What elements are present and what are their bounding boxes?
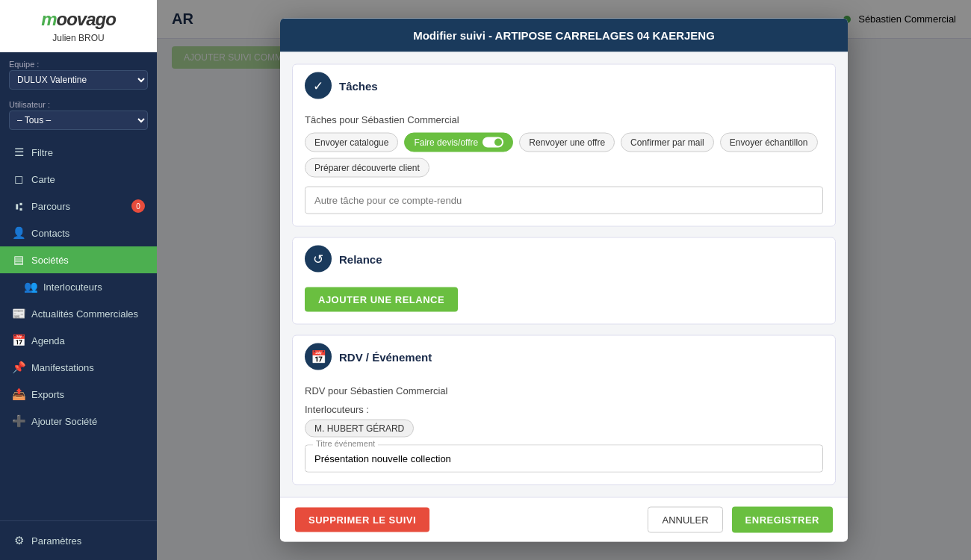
filtre-icon: ☰ — [12, 146, 25, 159]
taches-header: ✓ Tâches — [293, 65, 835, 107]
sidebar-item-ajouter-societe[interactable]: ➕ Ajouter Société — [0, 408, 157, 435]
sidebar-label-exports: Exports — [31, 389, 64, 400]
taches-body: Tâches pour Sébastien Commercial Envoyer… — [293, 107, 835, 226]
societes-icon: ▤ — [12, 253, 25, 267]
enregistrer-button[interactable]: ENREGISTRER — [732, 507, 833, 533]
sidebar-label-agenda: Agenda — [31, 335, 65, 346]
sidebar-item-contacts[interactable]: 👤 Contacts — [0, 220, 157, 246]
sidebar-label-ajouter-societe: Ajouter Société — [31, 416, 97, 427]
taches-subtitle: Tâches pour Sébastien Commercial — [305, 114, 823, 125]
actualites-icon: 📰 — [12, 307, 25, 320]
sidebar-item-carte[interactable]: ◻ Carte — [0, 166, 157, 193]
sidebar-nav: ☰ Filtre ◻ Carte ⑆ Parcours 0 👤 Contacts… — [0, 139, 157, 435]
sidebar-label-carte: Carte — [31, 174, 55, 185]
relance-section: ↺ Relance AJOUTER UNE RELANCE — [292, 237, 836, 325]
annuler-button[interactable]: ANNULER — [648, 507, 722, 533]
carte-icon: ◻ — [12, 172, 25, 186]
parcours-icon: ⑆ — [12, 200, 25, 213]
logo: moovago — [41, 9, 116, 30]
sidebar-label-actualites: Actualités Commerciales — [31, 308, 138, 320]
tag-preparer-decouverte[interactable]: Préparer découverte client — [305, 158, 429, 178]
sidebar-bottom: ⚙ Paramètres — [0, 520, 157, 560]
modal-footer: SUPPRIMER LE SUIVI ANNULER ENREGISTRER — [280, 497, 848, 542]
sidebar-label-interlocuteurs: Interlocuteurs — [43, 281, 102, 293]
user-section: Utilisateur : – Tous – — [0, 93, 157, 133]
taches-section: ✓ Tâches Tâches pour Sébastien Commercia… — [292, 64, 836, 227]
modal-header: Modifier suivi - ARTIPOSE CARRELAGES 04 … — [280, 19, 848, 52]
team-select[interactable]: DULUX Valentine — [9, 70, 148, 90]
agenda-icon: 📅 — [12, 334, 25, 347]
tag-renvoyer-offre[interactable]: Renvoyer une offre — [519, 133, 615, 152]
manifestations-icon: 📌 — [12, 361, 25, 374]
team-label: Equipe : — [9, 60, 148, 69]
exports-icon: 📤 — [12, 388, 25, 401]
taches-icon: ✓ — [305, 72, 332, 99]
sidebar-item-societes[interactable]: ▤ Sociétés — [0, 246, 157, 273]
user-select[interactable]: – Tous – — [9, 111, 148, 130]
tag-envoyer-catalogue[interactable]: Envoyer catalogue — [305, 133, 398, 152]
interlocuteurs-icon: 👥 — [24, 280, 37, 293]
ajouter-relance-button[interactable]: AJOUTER UNE RELANCE — [305, 287, 458, 312]
user-section-label: Utilisateur : — [9, 100, 148, 109]
team-section: Equipe : DULUX Valentine — [0, 52, 157, 93]
sidebar-item-interlocuteurs[interactable]: 👥 Interlocuteurs — [0, 273, 157, 300]
relance-icon: ↺ — [305, 246, 332, 273]
tag-faire-devis[interactable]: Faire devis/offre — [404, 133, 513, 152]
sidebar-item-exports[interactable]: 📤 Exports — [0, 381, 157, 408]
titre-evenement-input[interactable] — [305, 446, 822, 472]
taches-tags: Envoyer catalogue Faire devis/offre Renv… — [305, 133, 823, 178]
footer-right-buttons: ANNULER ENREGISTRER — [648, 507, 833, 533]
rdv-body: RDV pour Sébastien Commercial Interlocut… — [293, 378, 835, 485]
sidebar-label-societes: Sociétés — [31, 255, 69, 266]
sidebar-label-filtre: Filtre — [31, 147, 53, 158]
contacts-icon: 👤 — [12, 226, 25, 240]
rdv-icon: 📅 — [305, 343, 332, 370]
modal-body: ✓ Tâches Tâches pour Sébastien Commercia… — [280, 52, 848, 497]
sidebar-item-actualites[interactable]: 📰 Actualités Commerciales — [0, 300, 157, 327]
sidebar-item-parcours[interactable]: ⑆ Parcours 0 — [0, 193, 157, 220]
sidebar-item-parametres[interactable]: ⚙ Paramètres — [0, 527, 157, 554]
rdv-title: RDV / Événement — [339, 350, 432, 363]
sidebar-item-filtre[interactable]: ☰ Filtre — [0, 139, 157, 166]
parametres-icon: ⚙ — [12, 534, 25, 547]
autre-tache-input[interactable] — [305, 187, 823, 214]
interlocuteurs-label: Interlocuteurs : — [305, 404, 823, 415]
supprimer-suivi-button[interactable]: SUPPRIMER LE SUIVI — [295, 508, 429, 532]
sidebar-item-agenda[interactable]: 📅 Agenda — [0, 327, 157, 354]
sidebar-label-parametres: Paramètres — [31, 535, 81, 547]
taches-title: Tâches — [339, 79, 378, 92]
relance-header: ↺ Relance — [293, 238, 835, 280]
rdv-subtitle: RDV pour Sébastien Commercial — [305, 385, 823, 396]
parcours-badge: 0 — [131, 199, 145, 213]
relance-body: AJOUTER UNE RELANCE — [293, 280, 835, 324]
logo-area: moovago Julien BROU — [0, 0, 157, 52]
toggle-faire-devis — [483, 137, 503, 148]
sidebar: moovago Julien BROU Equipe : DULUX Valen… — [0, 0, 157, 560]
modal-title: Modifier suivi - ARTIPOSE CARRELAGES 04 … — [413, 29, 715, 42]
sidebar-label-contacts: Contacts — [31, 228, 69, 239]
rdv-header: 📅 RDV / Événement — [293, 336, 835, 378]
relance-title: Relance — [339, 252, 382, 265]
titre-evenement-label: Titre événement — [313, 439, 378, 448]
titre-evenement-field: Titre événement — [305, 445, 823, 473]
main-content: AR Sébastien Commercial AJOUTER SUIVI CO… — [157, 0, 971, 560]
tag-envoyer-echantillon[interactable]: Envoyer échantillon — [720, 133, 818, 152]
ajouter-societe-icon: ➕ — [12, 414, 25, 428]
modal-dialog: Modifier suivi - ARTIPOSE CARRELAGES 04 … — [280, 19, 848, 542]
sidebar-label-manifestations: Manifestations — [31, 362, 94, 373]
rdv-section: 📅 RDV / Événement RDV pour Sébastien Com… — [292, 335, 836, 485]
sidebar-username: Julien BROU — [52, 33, 104, 43]
sidebar-label-parcours: Parcours — [31, 201, 70, 212]
interlocuteur-tag[interactable]: M. HUBERT GÉRARD — [305, 420, 414, 438]
tag-confirmer-mail[interactable]: Confirmer par mail — [621, 133, 714, 152]
sidebar-item-manifestations[interactable]: 📌 Manifestations — [0, 354, 157, 381]
